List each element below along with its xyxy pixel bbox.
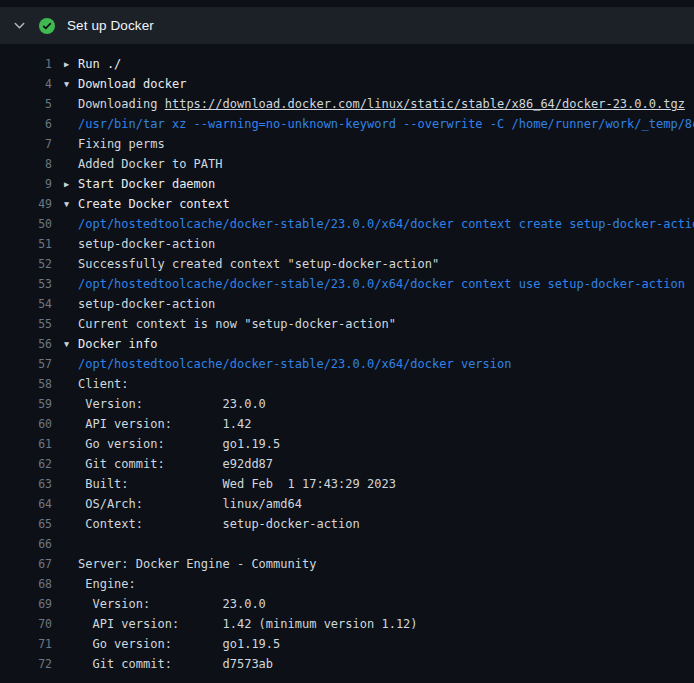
log-line: 51setup-docker-action [0, 234, 694, 254]
log-text: Fixing perms [78, 137, 165, 151]
line-content: Successfully created context "setup-dock… [52, 254, 694, 274]
line-number[interactable]: 59 [0, 394, 52, 414]
line-content: Built: Wed Feb 1 17:43:29 2023 [52, 474, 694, 494]
log-line: 61 Go version: go1.19.5 [0, 434, 694, 454]
log-text: setup-docker-action [78, 297, 215, 311]
line-number[interactable]: 60 [0, 414, 52, 434]
log-text: Download docker [78, 77, 186, 91]
line-number[interactable]: 67 [0, 554, 52, 574]
line-number[interactable]: 57 [0, 354, 52, 374]
line-number[interactable]: 62 [0, 454, 52, 474]
line-content: Git commit: d7573ab [52, 654, 694, 674]
line-number[interactable]: 61 [0, 434, 52, 454]
line-content: Fixing perms [52, 134, 694, 154]
chevron-right-icon[interactable]: ▶ [64, 174, 78, 194]
line-number[interactable]: 66 [0, 534, 52, 554]
log-line: 67Server: Docker Engine - Community [0, 554, 694, 574]
log-group-line[interactable]: 9▶Start Docker daemon [0, 174, 694, 194]
line-number[interactable]: 70 [0, 614, 52, 634]
line-number[interactable]: 69 [0, 594, 52, 614]
line-number[interactable]: 68 [0, 574, 52, 594]
line-number[interactable]: 6 [0, 114, 52, 134]
line-content: ▶Start Docker daemon [52, 174, 694, 194]
log-text: Context: setup-docker-action [78, 517, 360, 531]
log-text: setup-docker-action [78, 237, 215, 251]
line-content: ▼Docker info [52, 334, 694, 354]
line-content: OS/Arch: linux/amd64 [52, 494, 694, 514]
log-link-url[interactable]: https://download.docker.com/linux/static… [165, 97, 685, 111]
line-number[interactable]: 4 [0, 74, 52, 94]
chevron-down-icon[interactable]: ▼ [64, 194, 78, 214]
line-number[interactable]: 50 [0, 214, 52, 234]
step-header[interactable]: Set up Docker [0, 7, 694, 44]
log-line: 50/opt/hostedtoolcache/docker-stable/23.… [0, 214, 694, 234]
chevron-down-icon[interactable] [12, 18, 27, 33]
line-number[interactable]: 52 [0, 254, 52, 274]
log-group-line[interactable]: 1▶Run ./ [0, 54, 694, 74]
log-group-line[interactable]: 56▼Docker info [0, 334, 694, 354]
log-line: 60 API version: 1.42 [0, 414, 694, 434]
line-content: ▶Run ./ [52, 54, 694, 74]
line-number[interactable]: 58 [0, 374, 52, 394]
chevron-down-icon[interactable]: ▼ [64, 334, 78, 354]
line-content: ▼Download docker [52, 74, 694, 94]
log-text: Go version: go1.19.5 [78, 637, 280, 651]
line-content: Engine: [52, 574, 694, 594]
line-number[interactable]: 1 [0, 54, 52, 74]
line-number[interactable]: 54 [0, 294, 52, 314]
line-content: API version: 1.42 [52, 414, 694, 434]
line-content: setup-docker-action [52, 294, 694, 314]
line-number[interactable]: 71 [0, 634, 52, 654]
line-number[interactable]: 9 [0, 174, 52, 194]
log-line: 69 Version: 23.0.0 [0, 594, 694, 614]
line-number[interactable]: 72 [0, 654, 52, 674]
line-number[interactable]: 65 [0, 514, 52, 534]
line-content: Current context is now "setup-docker-act… [52, 314, 694, 334]
log-text: API version: 1.42 [78, 417, 251, 431]
log-text: Built: Wed Feb 1 17:43:29 2023 [78, 477, 396, 491]
line-number[interactable]: 5 [0, 94, 52, 114]
line-content: Context: setup-docker-action [52, 514, 694, 534]
success-check-icon [39, 18, 55, 34]
line-content: Downloading https://download.docker.com/… [52, 94, 694, 114]
log-line: 55Current context is now "setup-docker-a… [0, 314, 694, 334]
log-text: Git commit: e92dd87 [78, 457, 273, 471]
line-content: Go version: go1.19.5 [52, 434, 694, 454]
log-text: Git commit: d7573ab [78, 657, 273, 671]
log-text: Downloading [78, 97, 165, 111]
log-line: 68 Engine: [0, 574, 694, 594]
log-line: 6/usr/bin/tar xz --warning=no-unknown-ke… [0, 114, 694, 134]
line-number[interactable]: 49 [0, 194, 52, 214]
log-line: 63 Built: Wed Feb 1 17:43:29 2023 [0, 474, 694, 494]
log-text: OS/Arch: linux/amd64 [78, 497, 302, 511]
line-number[interactable]: 8 [0, 154, 52, 174]
line-content: Version: 23.0.0 [52, 594, 694, 614]
command-text: /opt/hostedtoolcache/docker-stable/23.0.… [78, 277, 685, 291]
line-number[interactable]: 56 [0, 334, 52, 354]
log-text: Version: 23.0.0 [78, 397, 266, 411]
line-content: /opt/hostedtoolcache/docker-stable/23.0.… [52, 214, 694, 234]
log-group-line[interactable]: 4▼Download docker [0, 74, 694, 94]
chevron-down-icon[interactable]: ▼ [64, 74, 78, 94]
line-number[interactable]: 51 [0, 234, 52, 254]
log-group-line[interactable]: 49▼Create Docker context [0, 194, 694, 214]
log-line: 66 [0, 534, 694, 554]
chevron-right-icon[interactable]: ▶ [64, 54, 78, 74]
line-content: Server: Docker Engine - Community [52, 554, 694, 574]
line-number[interactable]: 55 [0, 314, 52, 334]
line-content: /opt/hostedtoolcache/docker-stable/23.0.… [52, 354, 694, 374]
log-text: API version: 1.42 (minimum version 1.12) [78, 617, 418, 631]
command-text: /opt/hostedtoolcache/docker-stable/23.0.… [78, 217, 694, 231]
log-line: 70 API version: 1.42 (minimum version 1.… [0, 614, 694, 634]
log-line: 52Successfully created context "setup-do… [0, 254, 694, 274]
log-line: 65 Context: setup-docker-action [0, 514, 694, 534]
log-line: 54setup-docker-action [0, 294, 694, 314]
line-number[interactable]: 63 [0, 474, 52, 494]
line-content: Git commit: e92dd87 [52, 454, 694, 474]
line-number[interactable]: 53 [0, 274, 52, 294]
line-content: /opt/hostedtoolcache/docker-stable/23.0.… [52, 274, 694, 294]
line-number[interactable]: 64 [0, 494, 52, 514]
log-line: 5Downloading https://download.docker.com… [0, 94, 694, 114]
line-number[interactable]: 7 [0, 134, 52, 154]
line-content: API version: 1.42 (minimum version 1.12) [52, 614, 694, 634]
